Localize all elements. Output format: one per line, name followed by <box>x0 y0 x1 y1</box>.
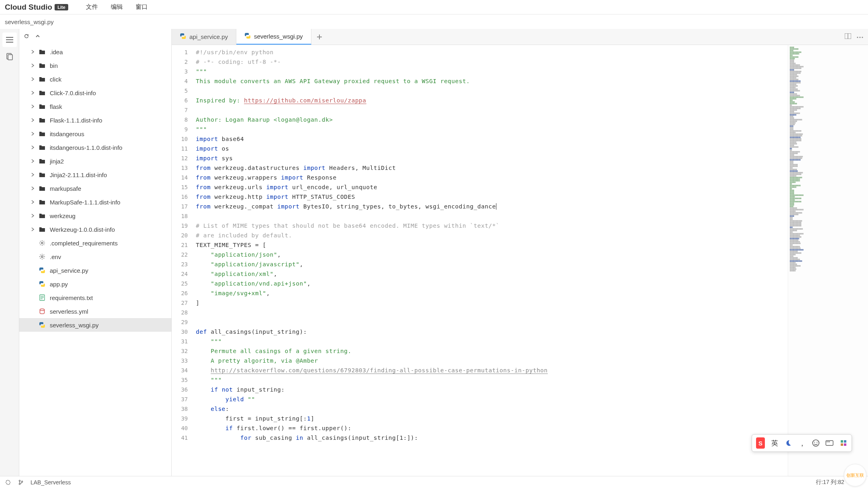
folder-icon <box>39 63 46 68</box>
tree-item[interactable]: flask <box>19 100 171 113</box>
gear-icon <box>39 253 46 260</box>
caret-icon <box>31 214 35 218</box>
menu-icon <box>6 37 13 43</box>
sidebar-toolbar <box>19 29 171 43</box>
tree-item-label: Jinja2-2.11.1.dist-info <box>50 172 171 178</box>
svg-point-6 <box>41 256 43 257</box>
tab[interactable]: severless_wsgi.py <box>236 29 311 45</box>
tree-item-label: jinja2 <box>50 158 171 165</box>
tree-item[interactable]: serverless.yml <box>19 304 171 318</box>
collapse-icon[interactable] <box>34 32 42 40</box>
editor-body[interactable]: 1234567891011121314151617181920212223242… <box>172 45 868 476</box>
caret-icon <box>31 159 35 163</box>
folder-icon <box>39 104 46 109</box>
tree-item-label: itsdangerous <box>50 131 171 137</box>
sogou-icon[interactable]: S <box>756 437 765 449</box>
caret-icon <box>31 173 35 177</box>
watermark-badge: 创新互联 <box>844 464 866 486</box>
caret-icon <box>31 309 35 313</box>
tree-item[interactable]: .completed_requirements <box>19 236 171 250</box>
svg-point-32 <box>21 481 22 482</box>
activity-explorer[interactable] <box>2 33 17 47</box>
tree-item[interactable]: markupsafe <box>19 182 171 195</box>
caret-icon <box>31 145 35 149</box>
tree-item[interactable]: .idea <box>19 45 171 59</box>
activity-files[interactable] <box>2 49 17 64</box>
tree-item-label: .completed_requirements <box>50 240 171 247</box>
comma-icon[interactable]: ， <box>798 438 806 448</box>
moon-icon[interactable] <box>784 438 792 448</box>
more-icon[interactable] <box>857 34 863 40</box>
svg-rect-26 <box>841 440 843 443</box>
menu-file[interactable]: 文件 <box>86 3 98 11</box>
tree-item-label: api_service.py <box>50 267 171 274</box>
tree-item[interactable]: itsdangerous <box>19 127 171 141</box>
minimap[interactable]: ████████████████████████████████████████… <box>788 45 868 476</box>
yml-icon <box>39 308 46 314</box>
split-editor-icon[interactable] <box>845 33 851 40</box>
sidebar: .ideabinclickClick-7.0.dist-infoflaskFla… <box>19 29 172 476</box>
menu-edit[interactable]: 编辑 <box>111 3 123 11</box>
line-gutter: 1234567891011121314151617181920212223242… <box>172 45 196 476</box>
svg-point-11 <box>40 309 45 310</box>
project-name[interactable]: LAB_Serverless <box>30 479 71 486</box>
tree-item[interactable]: Werkzeug-1.0.0.dist-info <box>19 223 171 236</box>
tree-item[interactable]: bin <box>19 59 171 72</box>
tabs-right <box>845 29 868 45</box>
ime-language[interactable]: 英 <box>770 438 779 448</box>
smiley-icon[interactable] <box>812 438 820 448</box>
tab-add-button[interactable] <box>311 29 327 45</box>
tree-item[interactable]: app.py <box>19 277 171 291</box>
tree-item[interactable]: MarkupSafe-1.1.1.dist-info <box>19 195 171 209</box>
svg-point-21 <box>817 442 817 443</box>
tree-item[interactable]: api_service.py <box>19 263 171 277</box>
tree-item[interactable]: Click-7.0.dist-info <box>19 86 171 100</box>
svg-point-30 <box>19 480 20 481</box>
keyboard-icon[interactable] <box>825 438 833 448</box>
tree-item[interactable]: werkzeug <box>19 209 171 223</box>
caret-icon <box>31 255 35 259</box>
tree-item-label: markupsafe <box>50 185 171 192</box>
tree-item[interactable]: itsdangerous-1.1.0.dist-info <box>19 141 171 154</box>
svg-rect-0 <box>6 37 13 38</box>
folder-icon <box>39 213 46 218</box>
svg-rect-27 <box>844 440 846 443</box>
menu-window[interactable]: 窗口 <box>136 3 148 11</box>
py-icon <box>39 267 46 274</box>
caret-icon <box>31 282 35 286</box>
tree-item-label: click <box>50 76 171 83</box>
tree-item-label: .idea <box>50 49 171 55</box>
branch-icon[interactable] <box>18 479 24 486</box>
file-tree[interactable]: .ideabinclickClick-7.0.dist-infoflaskFla… <box>19 43 171 476</box>
py-icon <box>39 281 46 287</box>
tree-item[interactable]: requirements.txt <box>19 291 171 304</box>
caret-icon <box>31 200 35 204</box>
svg-rect-29 <box>844 443 846 446</box>
tab[interactable]: api_service.py <box>172 29 236 45</box>
ime-bar[interactable]: S 英 ， <box>752 434 852 452</box>
tree-item[interactable]: Flask-1.1.1.dist-info <box>19 113 171 127</box>
refresh-icon[interactable] <box>22 32 30 40</box>
tree-item[interactable]: .env <box>19 250 171 263</box>
subheader: severless_wsgi.py <box>0 14 868 29</box>
gear-icon <box>39 240 46 246</box>
statusbar: LAB_Serverless 行:17 列:82 UTF <box>0 476 868 488</box>
folder-icon <box>39 131 46 137</box>
caret-icon <box>31 63 35 67</box>
tab-label: api_service.py <box>189 33 228 40</box>
code-content[interactable]: #!/usr/bin/env python# -*- coding: utf-8… <box>196 45 868 476</box>
tree-item-label: .env <box>50 253 171 260</box>
activity-bar <box>0 29 19 476</box>
grid-icon[interactable] <box>840 438 848 448</box>
settings-icon[interactable] <box>5 479 11 486</box>
tree-item[interactable]: jinja2 <box>19 154 171 168</box>
svg-point-18 <box>862 37 863 38</box>
tree-item[interactable]: severless_wsgi.py <box>19 318 171 332</box>
caret-icon <box>31 77 35 81</box>
svg-point-16 <box>857 37 858 38</box>
svg-point-5 <box>41 242 43 244</box>
folder-icon <box>39 49 46 55</box>
cursor-position[interactable]: 行:17 列:82 <box>816 479 844 486</box>
tree-item[interactable]: Jinja2-2.11.1.dist-info <box>19 168 171 182</box>
tree-item[interactable]: click <box>19 72 171 86</box>
